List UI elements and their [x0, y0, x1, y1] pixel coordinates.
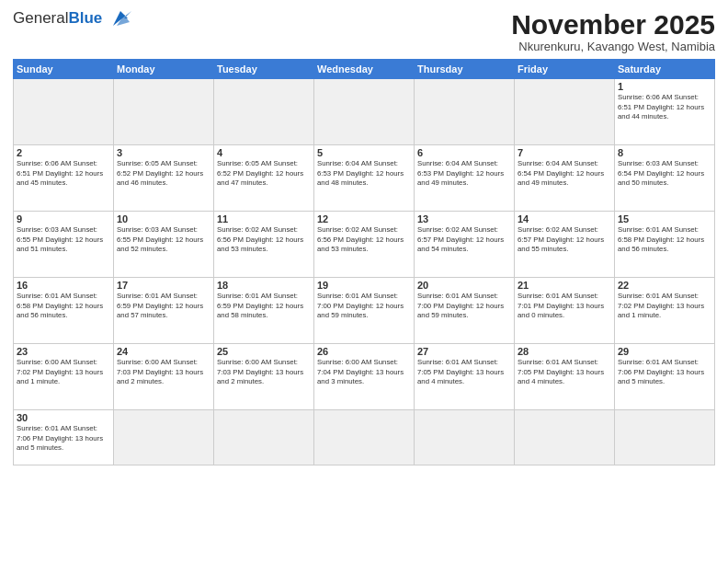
col-thursday: Thursday	[415, 60, 515, 79]
day-number: 2	[17, 147, 110, 158]
table-row	[14, 79, 114, 145]
day-number: 20	[417, 280, 511, 291]
table-row: 27Sunrise: 6:01 AM Sunset: 7:05 PM Dayli…	[415, 344, 515, 410]
table-row	[114, 410, 214, 465]
day-info: Sunrise: 6:01 AM Sunset: 7:01 PM Dayligh…	[518, 292, 611, 321]
day-number: 4	[217, 147, 311, 158]
day-number: 5	[317, 147, 411, 158]
day-number: 28	[518, 346, 611, 357]
table-row: 30Sunrise: 6:01 AM Sunset: 7:06 PM Dayli…	[14, 410, 114, 465]
col-tuesday: Tuesday	[214, 60, 314, 79]
table-row: 2Sunrise: 6:06 AM Sunset: 6:51 PM Daylig…	[14, 145, 114, 212]
day-info: Sunrise: 6:05 AM Sunset: 6:52 PM Dayligh…	[117, 159, 210, 189]
table-row: 10Sunrise: 6:03 AM Sunset: 6:55 PM Dayli…	[114, 212, 214, 278]
day-number: 6	[417, 147, 511, 158]
col-monday: Monday	[114, 60, 214, 79]
table-row: 3Sunrise: 6:05 AM Sunset: 6:52 PM Daylig…	[114, 145, 214, 212]
day-info: Sunrise: 6:02 AM Sunset: 6:57 PM Dayligh…	[518, 225, 611, 255]
table-row	[515, 79, 615, 145]
day-info: Sunrise: 6:04 AM Sunset: 6:53 PM Dayligh…	[417, 159, 511, 189]
day-info: Sunrise: 6:06 AM Sunset: 6:51 PM Dayligh…	[618, 93, 711, 122]
table-row: 1Sunrise: 6:06 AM Sunset: 6:51 PM Daylig…	[615, 79, 715, 145]
day-number: 14	[518, 213, 611, 224]
day-info: Sunrise: 6:01 AM Sunset: 7:00 PM Dayligh…	[417, 292, 511, 321]
day-info: Sunrise: 6:00 AM Sunset: 7:03 PM Dayligh…	[217, 358, 311, 387]
day-info: Sunrise: 6:05 AM Sunset: 6:52 PM Dayligh…	[217, 159, 311, 189]
day-number: 8	[618, 147, 711, 158]
table-row: 6Sunrise: 6:04 AM Sunset: 6:53 PM Daylig…	[415, 145, 515, 212]
day-number: 9	[17, 213, 110, 224]
table-row: 13Sunrise: 6:02 AM Sunset: 6:57 PM Dayli…	[415, 212, 515, 278]
logo-icon	[106, 9, 135, 28]
location-subtitle: Nkurenkuru, Kavango West, Namibia	[511, 40, 715, 53]
calendar-header-row: Sunday Monday Tuesday Wednesday Thursday…	[14, 60, 715, 79]
month-title: November 2025	[511, 9, 715, 40]
day-number: 18	[217, 280, 311, 291]
day-info: Sunrise: 6:04 AM Sunset: 6:54 PM Dayligh…	[518, 159, 611, 189]
day-info: Sunrise: 6:02 AM Sunset: 6:56 PM Dayligh…	[317, 225, 411, 255]
day-info: Sunrise: 6:04 AM Sunset: 6:53 PM Dayligh…	[317, 159, 411, 189]
table-row	[515, 410, 615, 465]
day-number: 30	[17, 412, 110, 423]
day-info: Sunrise: 6:03 AM Sunset: 6:55 PM Dayligh…	[117, 225, 210, 255]
day-number: 15	[618, 213, 711, 224]
table-row: 28Sunrise: 6:01 AM Sunset: 7:05 PM Dayli…	[515, 344, 615, 410]
table-row: 11Sunrise: 6:02 AM Sunset: 6:56 PM Dayli…	[214, 212, 314, 278]
day-info: Sunrise: 6:03 AM Sunset: 6:55 PM Dayligh…	[17, 225, 110, 255]
table-row	[114, 79, 214, 145]
day-number: 26	[317, 346, 411, 357]
table-row	[314, 79, 415, 145]
calendar-table: Sunday Monday Tuesday Wednesday Thursday…	[13, 59, 715, 465]
day-info: Sunrise: 6:01 AM Sunset: 7:02 PM Dayligh…	[618, 292, 711, 321]
title-area: November 2025 Nkurenkuru, Kavango West, …	[511, 9, 715, 53]
table-row: 24Sunrise: 6:00 AM Sunset: 7:03 PM Dayli…	[114, 344, 214, 410]
table-row: 18Sunrise: 6:01 AM Sunset: 6:59 PM Dayli…	[214, 278, 314, 344]
logo: GeneralBlue	[13, 9, 135, 28]
day-number: 12	[317, 213, 411, 224]
day-number: 7	[518, 147, 611, 158]
col-saturday: Saturday	[615, 60, 715, 79]
col-sunday: Sunday	[14, 60, 114, 79]
day-number: 13	[417, 213, 511, 224]
day-number: 11	[217, 213, 311, 224]
day-number: 10	[117, 213, 210, 224]
table-row: 12Sunrise: 6:02 AM Sunset: 6:56 PM Dayli…	[314, 212, 415, 278]
logo-text: GeneralBlue	[13, 9, 102, 28]
day-info: Sunrise: 6:01 AM Sunset: 6:59 PM Dayligh…	[217, 292, 311, 321]
table-row: 7Sunrise: 6:04 AM Sunset: 6:54 PM Daylig…	[515, 145, 615, 212]
table-row: 25Sunrise: 6:00 AM Sunset: 7:03 PM Dayli…	[214, 344, 314, 410]
page-header: GeneralBlue November 2025 Nkurenkuru, Ka…	[13, 9, 715, 53]
table-row: 15Sunrise: 6:01 AM Sunset: 6:58 PM Dayli…	[615, 212, 715, 278]
table-row: 16Sunrise: 6:01 AM Sunset: 6:58 PM Dayli…	[14, 278, 114, 344]
table-row: 8Sunrise: 6:03 AM Sunset: 6:54 PM Daylig…	[615, 145, 715, 212]
day-info: Sunrise: 6:02 AM Sunset: 6:56 PM Dayligh…	[217, 225, 311, 255]
table-row	[314, 410, 415, 465]
table-row: 29Sunrise: 6:01 AM Sunset: 7:06 PM Dayli…	[615, 344, 715, 410]
day-info: Sunrise: 6:01 AM Sunset: 6:59 PM Dayligh…	[117, 292, 210, 321]
table-row: 14Sunrise: 6:02 AM Sunset: 6:57 PM Dayli…	[515, 212, 615, 278]
table-row: 21Sunrise: 6:01 AM Sunset: 7:01 PM Dayli…	[515, 278, 615, 344]
day-info: Sunrise: 6:00 AM Sunset: 7:03 PM Dayligh…	[117, 358, 210, 387]
day-info: Sunrise: 6:02 AM Sunset: 6:57 PM Dayligh…	[417, 225, 511, 255]
day-info: Sunrise: 6:00 AM Sunset: 7:04 PM Dayligh…	[317, 358, 411, 387]
day-number: 3	[117, 147, 210, 158]
day-info: Sunrise: 6:01 AM Sunset: 7:06 PM Dayligh…	[17, 424, 110, 454]
day-number: 1	[618, 81, 711, 92]
day-info: Sunrise: 6:01 AM Sunset: 7:06 PM Dayligh…	[618, 358, 711, 387]
table-row: 5Sunrise: 6:04 AM Sunset: 6:53 PM Daylig…	[314, 145, 415, 212]
day-number: 23	[17, 346, 110, 357]
table-row: 26Sunrise: 6:00 AM Sunset: 7:04 PM Dayli…	[314, 344, 415, 410]
day-info: Sunrise: 6:00 AM Sunset: 7:02 PM Dayligh…	[17, 358, 110, 387]
table-row: 22Sunrise: 6:01 AM Sunset: 7:02 PM Dayli…	[615, 278, 715, 344]
day-number: 27	[417, 346, 511, 357]
day-info: Sunrise: 6:01 AM Sunset: 7:05 PM Dayligh…	[518, 358, 611, 387]
day-info: Sunrise: 6:01 AM Sunset: 7:05 PM Dayligh…	[417, 358, 511, 387]
day-info: Sunrise: 6:01 AM Sunset: 6:58 PM Dayligh…	[17, 292, 110, 321]
table-row: 19Sunrise: 6:01 AM Sunset: 7:00 PM Dayli…	[314, 278, 415, 344]
table-row: 20Sunrise: 6:01 AM Sunset: 7:00 PM Dayli…	[415, 278, 515, 344]
day-info: Sunrise: 6:03 AM Sunset: 6:54 PM Dayligh…	[618, 159, 711, 189]
table-row	[615, 410, 715, 465]
day-info: Sunrise: 6:01 AM Sunset: 6:58 PM Dayligh…	[618, 225, 711, 255]
day-number: 22	[618, 280, 711, 291]
table-row: 17Sunrise: 6:01 AM Sunset: 6:59 PM Dayli…	[114, 278, 214, 344]
